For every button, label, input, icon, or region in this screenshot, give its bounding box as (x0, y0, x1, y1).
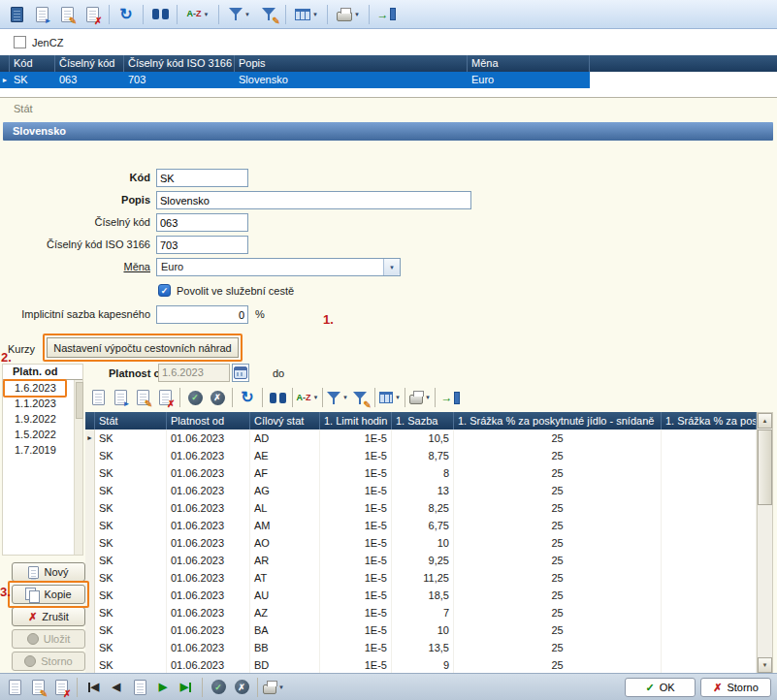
storno-button[interactable]: ✗Storno (700, 678, 771, 697)
rates-table-row[interactable]: SK 01.06.2023 AR 1E-5 9,25 25 (85, 552, 757, 569)
kopie-button[interactable]: Kopie (12, 585, 85, 604)
refresh-button[interactable]: ↻ (114, 3, 138, 26)
col-header-ciselny-kod[interactable]: Číselný kód (55, 55, 124, 72)
last-record-button[interactable]: ▶ (176, 677, 197, 698)
rates-table-row[interactable]: SK 01.06.2023 AM 1E-5 6,75 25 (85, 517, 757, 534)
platnost-od-field[interactable]: 1.6.2023 (158, 364, 230, 382)
cancel-record-button[interactable]: ✗ (231, 677, 252, 698)
col-header-limit-hodin[interactable]: 1. Limit hodin (320, 412, 392, 430)
rates-table-row[interactable]: SK 01.06.2023 AE 1E-5 8,75 25 (85, 447, 757, 464)
zrusit-button[interactable]: ✗Zrušit (12, 607, 85, 626)
rates-refresh-button[interactable]: ↻ (237, 387, 258, 408)
kurzy-list-item[interactable]: 1.6.2023 (3, 380, 82, 396)
cell-limit-hodin: 1E-5 (320, 482, 392, 499)
rates-apply-button[interactable]: ✓ (184, 387, 206, 408)
rates-table-row[interactable]: SK 01.06.2023 AL 1E-5 8,25 25 (85, 499, 757, 517)
delete-record-button[interactable]: ✗ (50, 677, 72, 698)
rates-table-row[interactable]: SK 01.06.2023 AO 1E-5 10 25 (85, 534, 757, 552)
scroll-down-icon[interactable]: ▼ (758, 657, 772, 673)
columns-button[interactable]: ▼ (291, 3, 322, 26)
kurzy-list-item[interactable]: 1.9.2022 (3, 411, 82, 427)
print-button[interactable]: ▼ (333, 3, 364, 26)
iso-input[interactable] (156, 236, 248, 254)
rates-filter-button[interactable]: ▼ (327, 387, 348, 408)
new-record-button[interactable] (4, 677, 25, 698)
novy-button[interactable]: Nový (12, 562, 85, 582)
rates-search-button[interactable] (267, 387, 288, 408)
jencz-checkbox[interactable] (14, 36, 26, 48)
rates-table-row[interactable]: SK 01.06.2023 AZ 1E-5 7 25 (85, 604, 757, 621)
previous-record-button[interactable]: ◀ (106, 677, 127, 698)
rates-table-row[interactable]: SK 01.06.2023 AF 1E-5 8 25 (85, 464, 757, 482)
rates-sort-button[interactable]: A-Z▼ (297, 387, 318, 408)
cell-stat: SK (95, 534, 167, 552)
rates-cancel-button[interactable]: ✗ (207, 387, 228, 408)
col-header-iso[interactable]: Číselný kód ISO 3166 (124, 55, 235, 72)
edit-button[interactable]: ✎ (55, 3, 79, 26)
export-button[interactable]: → (374, 3, 398, 26)
pocket-money-input[interactable] (156, 305, 248, 324)
quick-filter-button[interactable]: ✎ (257, 3, 280, 26)
allow-business-trip-checkbox[interactable]: ✓ (158, 284, 171, 297)
chevron-down-icon[interactable]: ▼ (383, 259, 400, 275)
kurzy-list-item[interactable]: 1.7.2019 (3, 442, 82, 458)
kurzy-list-item[interactable]: 1.5.2022 (3, 427, 82, 442)
rates-table-row[interactable]: SK 01.06.2023 AU 1E-5 18,5 25 (85, 587, 757, 604)
rates-print-button[interactable]: ▼ (409, 387, 431, 408)
col-header-cilovy-stat[interactable]: Cílový stat (250, 412, 320, 430)
scroll-thumb[interactable] (758, 430, 772, 505)
record-title-bar: Slovensko (3, 122, 773, 141)
next-record-button[interactable]: ▶ (152, 677, 174, 698)
kurzy-list-item[interactable]: 1.1.2023 (3, 396, 82, 411)
ciselny-kod-label: Číselný kód (0, 213, 150, 232)
apply-record-button[interactable]: ✓ (208, 677, 229, 698)
popis-input[interactable] (156, 191, 471, 209)
rates-table-row[interactable]: SK 01.06.2023 BB 1E-5 13,5 25 (85, 639, 757, 656)
mena-label[interactable]: Měna (0, 258, 150, 276)
cell-srazka-pos (662, 430, 757, 447)
edit-record-button[interactable]: ✎ (27, 677, 49, 698)
rates-table-row[interactable]: SK 01.06.2023 AD 1E-5 10,5 25 (85, 430, 757, 447)
rates-table-row[interactable]: SK 01.06.2023 AG 1E-5 13 25 (85, 482, 757, 499)
list-scrollbar[interactable] (74, 380, 82, 555)
print-record-button[interactable]: ▼ (263, 677, 284, 698)
search-button[interactable] (148, 3, 172, 26)
rates-columns-button[interactable]: ▼ (379, 387, 401, 408)
mena-combobox[interactable]: Euro ▼ (156, 258, 401, 276)
rates-quick-filter-button[interactable]: ✎ (349, 387, 371, 408)
col-header-srazka-snidane[interactable]: 1. Srážka % za poskytnuté jídlo - snídan… (454, 412, 662, 430)
kod-input[interactable] (156, 169, 248, 187)
travel-allowance-settings-button[interactable]: Nastavení výpočtu cestovních náhrad (47, 337, 239, 358)
rates-new-button[interactable] (87, 387, 109, 408)
rates-table-row[interactable]: SK 01.06.2023 BD 1E-5 9 25 (85, 656, 757, 674)
cell-cilovy-stat: BA (250, 621, 320, 639)
col-header-stat[interactable]: Stát (95, 412, 167, 430)
col-header-platnost-od[interactable]: Platnost od (167, 412, 250, 430)
filter-button[interactable]: ▼ (224, 3, 255, 26)
rates-table-row[interactable]: SK 01.06.2023 AT 1E-5 11,25 25 (85, 569, 757, 587)
col-header-kod[interactable]: Kód (10, 55, 55, 72)
scroll-up-icon[interactable]: ▲ (758, 413, 772, 429)
col-header-popis[interactable]: Popis (235, 55, 468, 72)
sort-button[interactable]: A-Z▼ (182, 3, 213, 26)
open-button[interactable]: ► (30, 3, 53, 26)
record-list-button[interactable] (129, 677, 150, 698)
countries-selected-row[interactable]: ► SK 063 703 Slovensko Euro (0, 72, 590, 88)
ok-button[interactable]: ✓OK (625, 678, 696, 697)
rates-export-button[interactable]: → (439, 387, 461, 408)
col-header-mena[interactable]: Měna (468, 55, 590, 72)
rates-delete-button[interactable]: ✗ (154, 387, 176, 408)
col-header-sazba[interactable]: 1. Sazba (392, 412, 454, 430)
rates-edit-button[interactable]: ✎ (132, 387, 153, 408)
kurzy-column-header[interactable]: Platn. od (3, 365, 82, 380)
cell-stat: SK (95, 587, 167, 604)
ciselny-kod-input[interactable] (156, 213, 248, 232)
rates-table-row[interactable]: SK 01.06.2023 BA 1E-5 10 25 (85, 621, 757, 639)
new-button[interactable] (5, 3, 28, 26)
rates-open-button[interactable]: ► (110, 387, 131, 408)
col-header-srazka-pos[interactable]: 1. Srážka % za pos (662, 412, 757, 430)
rates-scrollbar[interactable]: ▲ ▼ (757, 412, 773, 674)
calendar-button[interactable] (232, 364, 249, 382)
delete-button[interactable]: ✗ (81, 3, 104, 26)
first-record-button[interactable]: ◀ (82, 677, 104, 698)
